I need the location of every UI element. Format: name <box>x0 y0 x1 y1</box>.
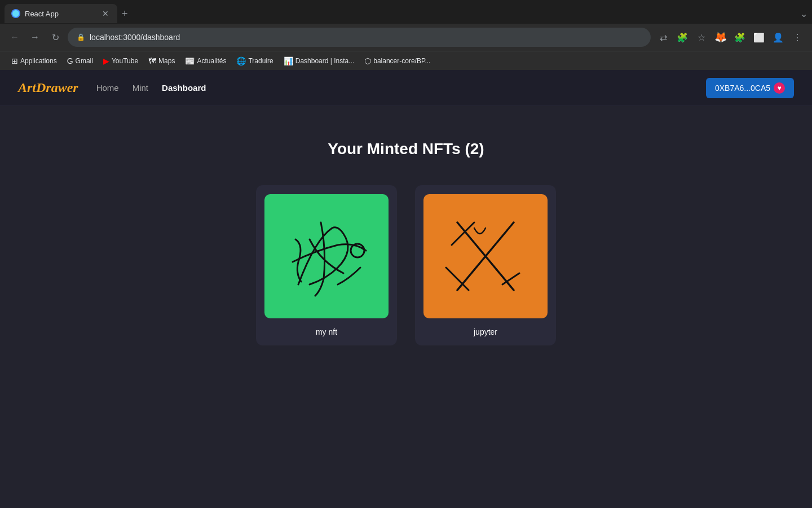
bookmark-label: YouTube <box>112 57 138 65</box>
traduire-icon: 🌐 <box>236 56 246 65</box>
wallet-button[interactable]: 0XB7A6...0CA5 ♥ <box>706 78 794 98</box>
bookmark-label: Gmail <box>76 57 93 65</box>
wallet-address: 0XB7A6...0CA5 <box>715 84 770 93</box>
bookmark-label: Applications <box>20 57 57 65</box>
translate-icon[interactable]: ⇄ <box>655 29 671 45</box>
nav-links: Home Mint Dashboard <box>96 83 206 93</box>
browser-chrome: React App ✕ + ⌄ ← → ↻ 🔒 localhost:3000/d… <box>0 0 812 70</box>
bookmark-maps[interactable]: 🗺 Maps <box>144 55 179 67</box>
main-content: Your Minted NFTs (2) my nft <box>0 106 812 508</box>
nav-dashboard[interactable]: Dashboard <box>162 83 206 93</box>
bookmark-actualites[interactable]: 📰 Actualités <box>180 55 231 67</box>
new-tab-button[interactable]: + <box>117 6 133 22</box>
bookmark-youtube[interactable]: ▶ YouTube <box>99 55 143 67</box>
bookmark-label: Dashboard | Insta... <box>295 57 355 65</box>
bookmark-gmail[interactable]: G Gmail <box>63 55 98 67</box>
bookmark-label: balancer-core/BP... <box>373 57 430 65</box>
nft-grid: my nft jupyter <box>256 185 556 345</box>
page-title: Your Minted NFTs (2) <box>328 140 484 158</box>
bookmarks-bar: ⊞ Applications G Gmail ▶ YouTube 🗺 Maps … <box>0 51 812 70</box>
nft-label-1: my nft <box>316 327 337 336</box>
gmail-icon: G <box>67 56 73 65</box>
github-icon: ⬡ <box>364 56 371 65</box>
split-screen-icon[interactable]: ⬜ <box>751 29 767 45</box>
nft-image-1 <box>264 194 389 318</box>
bookmark-label: Traduire <box>248 57 273 65</box>
nft-image-2 <box>423 194 548 318</box>
tab-favicon <box>11 9 20 18</box>
tab-bar: React App ✕ + ⌄ <box>0 0 812 24</box>
maps-icon: 🗺 <box>148 56 156 65</box>
metamask-icon[interactable]: 🦊 <box>713 29 729 45</box>
profile-icon[interactable]: 👤 <box>770 29 786 45</box>
bookmark-label: Maps <box>158 57 175 65</box>
lock-icon: 🔒 <box>77 33 85 41</box>
nav-home[interactable]: Home <box>96 83 119 93</box>
active-tab[interactable]: React App ✕ <box>5 4 117 23</box>
url-bar[interactable]: 🔒 localhost:3000/dashboard <box>68 28 651 47</box>
nav-mint[interactable]: Mint <box>133 83 148 93</box>
applications-icon: ⊞ <box>11 56 18 65</box>
toolbar-icons: ⇄ 🧩 ☆ 🦊 🧩 ⬜ 👤 ⋮ <box>655 29 805 45</box>
nft-card-2[interactable]: jupyter <box>415 185 556 345</box>
tab-title: React App <box>25 10 96 18</box>
app-logo: ArtDrawer <box>18 80 78 95</box>
tab-favicon-inner <box>12 10 19 17</box>
dashboard-icon: 📊 <box>284 56 293 65</box>
actualites-icon: 📰 <box>185 56 195 65</box>
reload-button[interactable]: ↻ <box>47 29 63 45</box>
address-bar: ← → ↻ 🔒 localhost:3000/dashboard ⇄ 🧩 ☆ 🦊… <box>0 24 812 51</box>
tab-close-button[interactable]: ✕ <box>100 8 111 19</box>
nft-label-2: jupyter <box>474 327 497 336</box>
bookmark-icon[interactable]: ☆ <box>694 29 709 45</box>
bookmark-traduire[interactable]: 🌐 Traduire <box>232 55 277 67</box>
forward-button[interactable]: → <box>27 29 43 45</box>
app-container: ArtDrawer Home Mint Dashboard 0XB7A6...0… <box>0 70 812 508</box>
menu-icon[interactable]: ⋮ <box>789 29 805 45</box>
youtube-icon: ▶ <box>103 56 109 65</box>
wallet-icon: ♥ <box>774 82 785 94</box>
bookmark-dashboard-insta[interactable]: 📊 Dashboard | Insta... <box>279 55 359 67</box>
app-nav: ArtDrawer Home Mint Dashboard 0XB7A6...0… <box>0 70 812 106</box>
back-button[interactable]: ← <box>7 29 23 45</box>
extensions-icon[interactable]: 🧩 <box>674 29 690 45</box>
url-text: localhost:3000/dashboard <box>90 33 642 42</box>
bookmark-balancer[interactable]: ⬡ balancer-core/BP... <box>360 55 435 67</box>
puzzle-icon[interactable]: 🧩 <box>732 29 748 45</box>
nft-card-1[interactable]: my nft <box>256 185 397 345</box>
bookmark-label: Actualités <box>197 57 226 65</box>
tab-menu-button[interactable]: ⌄ <box>800 8 807 19</box>
bookmark-applications[interactable]: ⊞ Applications <box>7 55 61 67</box>
